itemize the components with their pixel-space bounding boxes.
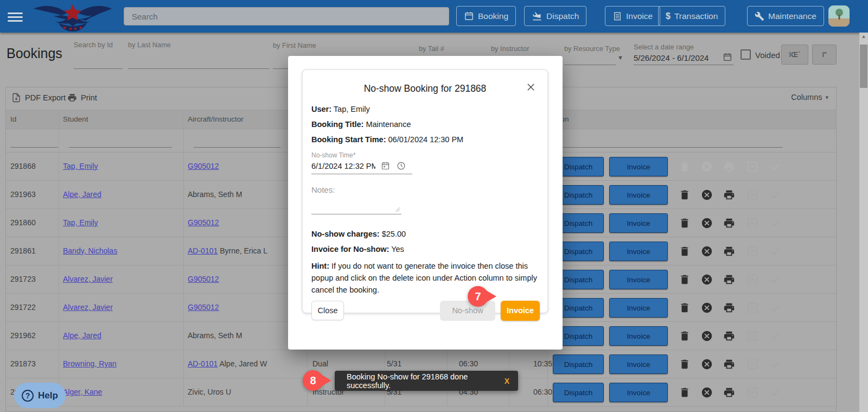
student-link[interactable]: Tap, Emily: [63, 218, 98, 227]
nav-invoice-button[interactable]: Invoice: [605, 6, 660, 26]
print-icon[interactable]: [723, 358, 735, 370]
void-box-icon[interactable]: [746, 189, 758, 201]
invoice-button[interactable]: Invoice: [609, 157, 668, 176]
export-glyph-button[interactable]: îŒ`: [781, 45, 808, 65]
student-link[interactable]: Alger, Kane: [63, 388, 102, 396]
print-icon[interactable]: [723, 302, 735, 314]
print-icon[interactable]: [723, 274, 735, 286]
aircraft-link[interactable]: G905012: [188, 275, 219, 283]
scrollbar-thumb[interactable]: [860, 45, 867, 88]
invoice-button[interactable]: Invoice: [609, 383, 668, 402]
delete-icon[interactable]: [679, 358, 691, 370]
check-icon[interactable]: [769, 161, 781, 173]
student-link[interactable]: Alpe, Jared: [63, 331, 101, 340]
invoice-button[interactable]: Invoice: [501, 301, 540, 321]
nav-transaction-button[interactable]: $ Transaction: [658, 6, 725, 26]
delete-icon[interactable]: [679, 217, 691, 229]
col-filter-aircraft[interactable]: [194, 136, 280, 148]
check-icon[interactable]: [769, 330, 781, 342]
delete-icon[interactable]: [679, 330, 691, 342]
check-icon[interactable]: [769, 386, 781, 398]
close-icon[interactable]: [526, 83, 535, 92]
voided-checkbox[interactable]: [741, 49, 751, 60]
cancel-circle-icon[interactable]: [701, 274, 713, 286]
void-box-icon[interactable]: [746, 386, 758, 398]
void-box-icon[interactable]: [746, 217, 758, 229]
student-link[interactable]: Browning, Ryan: [63, 359, 117, 368]
resize-handle-icon[interactable]: [395, 207, 400, 212]
nav-maintenance-button[interactable]: Maintenance: [747, 6, 824, 26]
notes-textarea[interactable]: [311, 199, 401, 213]
print-icon[interactable]: [723, 189, 735, 201]
cancel-circle-icon[interactable]: [701, 189, 713, 201]
col-header-aircraft[interactable]: Aircraft/Instructor: [188, 115, 244, 123]
calendar-icon[interactable]: [723, 52, 732, 62]
student-link[interactable]: Alpe, Jared: [63, 190, 101, 199]
check-icon[interactable]: [769, 358, 781, 370]
void-box-icon[interactable]: [746, 302, 758, 314]
dispatch-button[interactable]: Dispatch: [553, 354, 604, 374]
void-box-icon[interactable]: [746, 274, 758, 286]
settings-glyph-button[interactable]: î″: [812, 45, 837, 65]
cancel-circle-icon[interactable]: [701, 302, 713, 314]
nav-booking-button[interactable]: Booking: [456, 6, 516, 26]
col-header-id[interactable]: Id: [10, 115, 16, 123]
delete-icon[interactable]: [679, 189, 691, 201]
col-filter-student[interactable]: [69, 136, 172, 148]
cancel-circle-icon[interactable]: [701, 330, 713, 342]
aircraft-link[interactable]: G905012: [188, 303, 219, 312]
void-box-icon[interactable]: [746, 330, 758, 342]
check-icon[interactable]: [769, 189, 781, 201]
print-icon[interactable]: [723, 245, 735, 257]
search-input[interactable]: [124, 7, 449, 26]
calendar-picker-icon[interactable]: [381, 161, 390, 170]
void-box-icon[interactable]: [746, 358, 758, 370]
check-icon[interactable]: [769, 274, 781, 286]
aircraft-link[interactable]: AD-0101: [188, 359, 218, 368]
delete-icon[interactable]: [679, 386, 691, 398]
close-button[interactable]: Close: [311, 301, 344, 320]
print-icon[interactable]: [723, 386, 735, 398]
invoice-button[interactable]: Invoice: [609, 298, 668, 318]
hamburger-menu-icon[interactable]: [8, 10, 23, 22]
invoice-button[interactable]: Invoice: [609, 270, 668, 289]
cancel-circle-icon[interactable]: [701, 217, 713, 229]
date-range-input[interactable]: [634, 51, 720, 65]
pdf-export-button[interactable]: PDF Export: [11, 93, 66, 103]
student-link[interactable]: Tap, Emily: [63, 162, 98, 170]
delete-icon[interactable]: [679, 245, 691, 257]
col-filter-action[interactable]: [555, 136, 783, 148]
col-filter-id[interactable]: [10, 136, 58, 148]
void-box-icon[interactable]: [746, 161, 758, 173]
print-icon[interactable]: [723, 330, 735, 342]
print-icon[interactable]: [723, 217, 735, 229]
check-icon[interactable]: [769, 245, 781, 257]
clock-picker-icon[interactable]: [397, 161, 406, 170]
invoice-button[interactable]: Invoice: [609, 326, 668, 346]
check-icon[interactable]: [769, 302, 781, 314]
delete-icon[interactable]: [679, 302, 691, 314]
scroll-up-arrow[interactable]: ▲: [859, 34, 868, 39]
aircraft-link[interactable]: AD-0101: [188, 246, 218, 255]
check-icon[interactable]: [769, 217, 781, 229]
avatar[interactable]: [828, 5, 850, 27]
dispatch-button[interactable]: Dispatch: [553, 383, 604, 402]
invoice-button[interactable]: Invoice: [609, 242, 668, 261]
invoice-button[interactable]: Invoice: [609, 354, 668, 374]
cancel-circle-icon[interactable]: [701, 161, 713, 173]
filter-input-id[interactable]: [74, 55, 123, 69]
chevron-down-icon[interactable]: ▼: [617, 54, 623, 61]
noshow-time-input[interactable]: [311, 162, 375, 170]
col-header-student[interactable]: Student: [63, 115, 88, 123]
student-link[interactable]: Bandy, Nicholas: [63, 246, 117, 255]
filter-select-resource-type[interactable]: [564, 51, 616, 65]
print-button[interactable]: Print: [67, 93, 97, 103]
aircraft-link[interactable]: G905012: [188, 162, 219, 170]
filter-input-last-name[interactable]: [128, 55, 269, 69]
print-icon[interactable]: [723, 161, 735, 173]
vertical-scrollbar[interactable]: ▲: [859, 33, 868, 412]
delete-icon[interactable]: [679, 274, 691, 286]
toast-close-button[interactable]: X: [505, 377, 509, 385]
help-button[interactable]: ? Help: [14, 383, 66, 408]
invoice-button[interactable]: Invoice: [609, 185, 668, 205]
